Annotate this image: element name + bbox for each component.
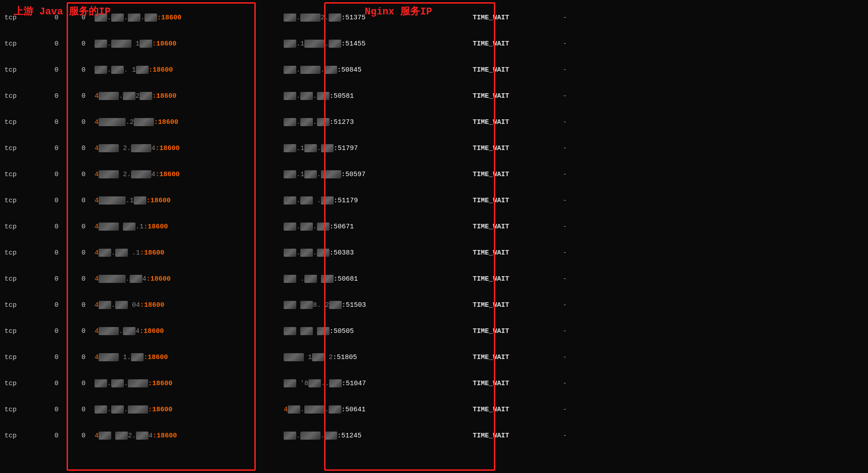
table-row: tcp 0 0 ..:18600 '8..:51047 TIME_WAIT - [0,370,868,396]
table-row: tcp 0 0 4.2:18600 ..:50581 TIME_WAIT - [0,83,868,109]
table-row: tcp 0 0 ...:18600 .2.:51375 TIME_WAIT - [0,5,868,31]
table-row: tcp 0 0 4.1:18600 . .:51179 TIME_WAIT - [0,187,868,214]
java-ip-label: 上游 Java 服务的IP [14,5,111,18]
table-row: tcp 0 0 4.2:18600 ..:51273 TIME_WAIT - [0,109,868,135]
table-row: tcp 0 0 4. .1:18600 ..:50383 TIME_WAIT - [0,240,868,266]
table-row: tcp 0 0 4 1.:18600 1 2:51805 TIME_WAIT - [0,344,868,370]
table-row: tcp 0 0 .. 1:18600 ..:50845 TIME_WAIT - [0,57,868,83]
table-row: tcp 0 0 4 2.4:18600 ..:51245 TIME_WAIT - [0,423,868,449]
table-row: tcp 0 0 ..:18600 4..:50641 TIME_WAIT - [0,396,868,423]
table-row: tcp 0 0 4. 04:18600 8. 2:51503 TIME_WAIT… [0,292,868,318]
table-row: tcp 0 0 4 2.4:18600 .1.:50597 TIME_WAIT … [0,161,868,187]
table-row: tcp 0 0 4 .1:18600 ..:50671 TIME_WAIT - [0,214,868,240]
local-addr-col: ...:18600 [95,14,284,22]
terminal-output: 上游 Java 服务的IP Nginx 服务IP tcp 0 0 ...:186… [0,0,868,453]
table-row: tcp 0 0 4.4:18600 . :50681 TIME_WAIT - [0,266,868,292]
table-row: tcp 0 0 4 2.4:18600 .1.:51797 TIME_WAIT … [0,135,868,161]
table-row: tcp 0 0 4.4:18600 :50505 TIME_WAIT - [0,318,868,344]
dash-col: - [563,14,567,22]
table-row: tcp 0 0 . 1:18600 .1.:51455 TIME_WAIT - [0,31,868,57]
nginx-ip-label: Nginx 服务IP [365,5,432,18]
state-col: TIME_WAIT [473,14,563,22]
